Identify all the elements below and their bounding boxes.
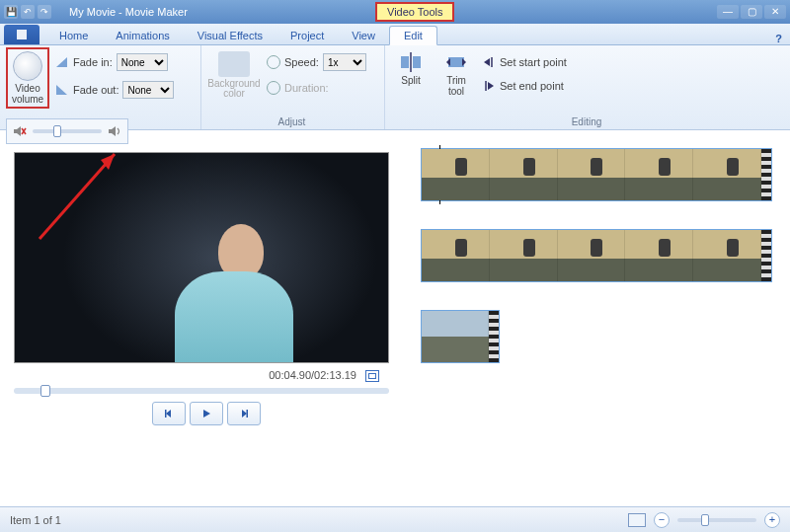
zoom-in-button[interactable]: +	[764, 512, 780, 528]
fade-in-select[interactable]: None	[117, 53, 168, 71]
file-menu-button[interactable]	[4, 25, 40, 44]
set-points: Set start point Set end point	[482, 47, 567, 93]
view-mode-icon[interactable]	[628, 513, 646, 527]
speed-select[interactable]: 1x	[323, 53, 366, 71]
next-frame-button[interactable]	[227, 402, 261, 425]
start-point-icon	[482, 55, 496, 69]
tab-home[interactable]: Home	[45, 27, 102, 44]
scrub-bar[interactable]	[14, 388, 389, 394]
duration-row: Duration:	[267, 81, 366, 95]
tab-visual-effects[interactable]: Visual Effects	[184, 27, 276, 44]
fade-in-icon	[55, 55, 69, 69]
video-volume-button[interactable]: Videovolume	[6, 47, 49, 109]
clip-row	[421, 229, 772, 282]
close-button[interactable]: ✕	[764, 5, 786, 19]
context-tab-video-tools[interactable]: Video Tools	[375, 2, 454, 22]
svg-marker-17	[166, 410, 171, 418]
status-bar: Item 1 of 1 − +	[0, 506, 790, 532]
svg-rect-2	[413, 56, 421, 68]
background-color-button: Background color	[207, 47, 261, 99]
tab-project[interactable]: Project	[276, 27, 338, 44]
fade-out-label: Fade out:	[73, 84, 118, 96]
playback-controls	[14, 402, 399, 425]
video-volume-label: Videovolume	[10, 83, 45, 105]
speaker-dial-icon	[13, 51, 42, 81]
fade-out-row: Fade out: None	[55, 81, 174, 99]
film-end-icon	[489, 311, 499, 362]
trim-icon	[443, 51, 469, 73]
minimize-button[interactable]: —	[717, 5, 739, 19]
video-clip[interactable]	[421, 148, 772, 201]
split-button[interactable]: Split	[391, 47, 431, 86]
volume-slider-popout	[6, 118, 128, 144]
main-area: 00:04.90/02:13.19	[0, 130, 790, 506]
timeline-panel[interactable]	[409, 130, 790, 506]
window-title: My Movie - Movie Maker	[69, 6, 188, 18]
quick-access-toolbar: 💾 ↶ ↷	[4, 5, 51, 19]
volume-slider[interactable]	[33, 129, 102, 133]
speaker-icon	[108, 124, 121, 138]
speed-row: Speed: 1x	[267, 53, 366, 71]
svg-marker-10	[488, 82, 494, 90]
fade-in-label: Fade in:	[73, 56, 113, 68]
zoom-out-button[interactable]: −	[654, 512, 670, 528]
zoom-slider[interactable]	[677, 518, 756, 522]
svg-marker-14	[109, 126, 116, 136]
preview-panel: 00:04.90/02:13.19	[0, 130, 409, 506]
qat-undo-icon[interactable]: ↶	[21, 5, 35, 19]
speed-label: Speed:	[284, 56, 319, 68]
play-button[interactable]	[190, 402, 223, 425]
qat-redo-icon[interactable]: ↷	[38, 5, 51, 19]
ribbon-group-adjust: Background color Speed: 1x Duration: Adj…	[201, 45, 385, 129]
ribbon-group-audio: Videovolume Fade in: None Fade out: None	[0, 45, 201, 129]
fade-out-select[interactable]: None	[122, 81, 174, 99]
prev-frame-button[interactable]	[152, 402, 186, 425]
svg-rect-18	[165, 410, 167, 418]
group-label-adjust: Adjust	[207, 116, 376, 129]
video-clip[interactable]	[421, 229, 772, 282]
set-start-point-button[interactable]: Set start point	[482, 55, 567, 69]
status-item-count: Item 1 of 1	[10, 514, 61, 526]
window-buttons: — ▢ ✕	[717, 5, 786, 19]
tab-edit[interactable]: Edit	[389, 26, 437, 45]
svg-rect-21	[247, 410, 249, 418]
duration-label: Duration:	[284, 82, 329, 94]
clip-row	[421, 148, 772, 201]
timecode-display: 00:04.90/02:13.19	[14, 369, 379, 382]
video-clip[interactable]	[421, 310, 500, 363]
svg-marker-19	[203, 410, 210, 418]
video-preview[interactable]	[14, 152, 389, 363]
fade-out-icon	[55, 83, 69, 97]
group-label-editing: Editing	[391, 116, 782, 129]
set-end-point-button[interactable]: Set end point	[482, 79, 567, 93]
film-end-icon	[761, 149, 771, 200]
clip-row	[421, 310, 772, 363]
clock-icon	[267, 81, 280, 95]
palette-icon	[218, 51, 250, 77]
speed-gauge-icon	[267, 55, 280, 69]
svg-marker-11	[14, 126, 21, 136]
svg-rect-1	[401, 56, 409, 68]
trim-tool-button[interactable]: Trimtool	[436, 47, 476, 97]
help-icon[interactable]: ?	[775, 33, 782, 44]
ribbon-tabs: Home Animations Visual Effects Project V…	[0, 24, 790, 45]
title-bar: 💾 ↶ ↷ My Movie - Movie Maker Video Tools…	[0, 0, 790, 24]
volume-thumb[interactable]	[53, 125, 61, 137]
film-end-icon	[761, 230, 771, 281]
fade-in-row: Fade in: None	[55, 53, 174, 71]
maximize-button[interactable]: ▢	[741, 5, 762, 19]
mute-icon	[13, 124, 27, 138]
tab-view[interactable]: View	[338, 27, 389, 44]
svg-marker-7	[484, 58, 490, 66]
qat-save-icon[interactable]: 💾	[4, 5, 18, 19]
svg-rect-4	[448, 57, 464, 67]
svg-marker-20	[242, 410, 247, 418]
tab-animations[interactable]: Animations	[102, 27, 183, 44]
scrub-thumb[interactable]	[40, 385, 50, 397]
ribbon-group-editing: Split Trimtool Set start point Set end p…	[385, 45, 790, 129]
zoom-thumb[interactable]	[701, 514, 709, 526]
end-point-icon	[482, 79, 496, 93]
split-icon	[398, 51, 424, 73]
fullscreen-icon[interactable]	[365, 370, 379, 382]
svg-rect-0	[17, 30, 27, 39]
